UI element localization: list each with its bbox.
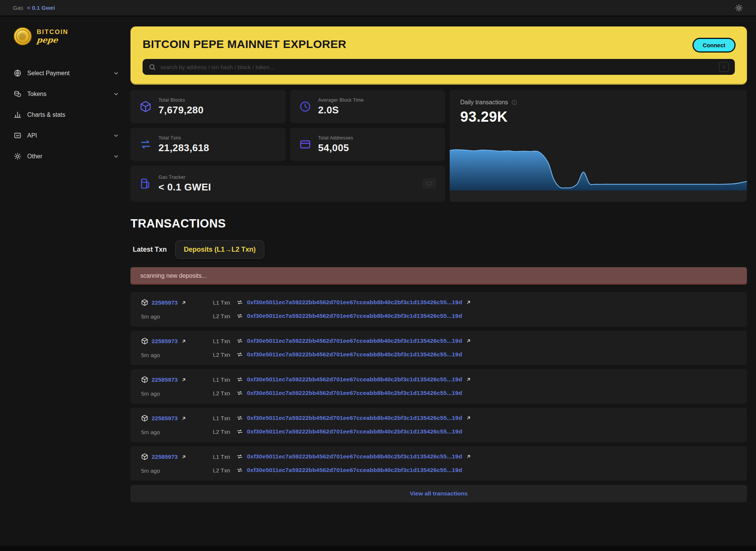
transfer-arrows-icon — [236, 299, 243, 306]
top-bar: Gas < 0.1 Gwei — [0, 0, 756, 17]
l1-txn-hash-link[interactable]: 0xf30e5011ec7a59222bb4562d701ee67cceabb8… — [247, 415, 462, 421]
transfer-arrows-icon — [236, 467, 243, 474]
search-bar[interactable]: / — [143, 59, 735, 75]
stat-card-total-txns[interactable]: Total Txns 21,283,618 — [130, 128, 286, 161]
view-all-bar: View all transactions — [130, 485, 747, 502]
transaction-row[interactable]: 22585973 5m ago L1 Txn 0xf30e5011ec7a592… — [130, 331, 747, 365]
l1-txn-hash-link[interactable]: 0xf30e5011ec7a59222bb4562d701ee67cceabb8… — [247, 299, 462, 306]
sidebar-item-charts-stats[interactable]: Charts & stats — [14, 104, 130, 125]
bar-chart-icon — [14, 111, 22, 119]
chart-title: Daily transactions — [460, 99, 508, 106]
tokens-icon — [14, 90, 22, 98]
stat-value: 7,679,280 — [158, 104, 203, 116]
l1-txn-label: L1 Txn — [213, 453, 233, 460]
external-link-icon[interactable] — [181, 339, 186, 344]
external-link-icon[interactable] — [466, 415, 471, 421]
transfer-arrows-icon — [236, 415, 243, 421]
search-input[interactable] — [160, 64, 714, 70]
l2-txn-label: L2 Txn — [213, 467, 233, 474]
l2-txn-label: L2 Txn — [213, 390, 233, 396]
view-all-transactions-link[interactable]: View all transactions — [410, 490, 467, 497]
l2-txn-hash-link[interactable]: 0xf30e5011ec7a59222bb4562d701ee67cceabb8… — [247, 390, 462, 396]
window-footer-edge — [0, 546, 756, 551]
transfer-arrows-icon — [236, 453, 243, 460]
external-link-icon[interactable] — [466, 454, 471, 459]
scanning-text: scanning new deposits... — [140, 272, 206, 279]
external-link-icon[interactable] — [181, 300, 186, 305]
l1-txn-hash-link[interactable]: 0xf30e5011ec7a59222bb4562d701ee67cceabb8… — [247, 376, 462, 383]
stats-section: Total Blocks 7,679,280 Averager Block Ti… — [130, 90, 747, 202]
sidebar-item-api[interactable]: API API — [14, 125, 130, 146]
l1-txn-hash-link[interactable]: 0xf30e5011ec7a59222bb4562d701ee67cceabb8… — [247, 337, 462, 344]
l2-txn-label: L2 Txn — [213, 313, 233, 319]
l2-txn-hash-link[interactable]: 0xf30e5011ec7a59222bb4562d701ee67cceabb8… — [247, 428, 462, 435]
external-link-icon[interactable] — [466, 300, 471, 305]
sidebar: BITCOIN pepe Select Payment Tokens Chart… — [0, 17, 130, 546]
transaction-age: 5m ago — [141, 467, 213, 474]
clock-icon — [299, 101, 311, 113]
stat-label: Total Addresses — [318, 135, 353, 141]
settings-gear-icon[interactable] — [735, 4, 743, 12]
l2-txn-label: L2 Txn — [213, 429, 233, 435]
svg-text:API: API — [16, 134, 19, 137]
block-number-link[interactable]: 22585973 — [152, 376, 178, 383]
transaction-row[interactable]: 22585973 5m ago L1 Txn 0xf30e5011ec7a592… — [130, 446, 747, 481]
sidebar-item-select-payment[interactable]: Select Payment — [14, 63, 130, 84]
tab-deposits-l1-l2[interactable]: Deposits (L1→L2 Txn) — [175, 240, 264, 259]
external-link-icon[interactable] — [181, 416, 186, 421]
block-number-link[interactable]: 22585973 — [152, 453, 178, 460]
tab-latest-txn[interactable]: Latest Txn — [130, 241, 169, 258]
l2-txn-hash-link[interactable]: 0xf30e5011ec7a59222bb4562d701ee67cceabb8… — [247, 351, 462, 358]
sidebar-item-tokens[interactable]: Tokens — [14, 84, 130, 104]
stat-value: 21,283,618 — [158, 142, 209, 154]
transaction-row[interactable]: 22585973 5m ago L1 Txn 0xf30e5011ec7a592… — [130, 369, 747, 404]
l2-txn-hash-link[interactable]: 0xf30e5011ec7a59222bb4562d701ee67cceabb8… — [247, 313, 462, 319]
l2-txn-hash-link[interactable]: 0xf30e5011ec7a59222bb4562d701ee67cceabb8… — [247, 467, 462, 474]
l1-txn-hash-link[interactable]: 0xf30e5011ec7a59222bb4562d701ee67cceabb8… — [247, 453, 462, 460]
block-cube-icon — [141, 299, 148, 306]
l1-txn-label: L1 Txn — [213, 415, 233, 421]
chevron-down-icon — [113, 91, 119, 97]
daily-transactions-value: 93.29K — [460, 109, 736, 125]
scanning-deposits-banner: scanning new deposits... — [130, 267, 747, 285]
stat-card-total-blocks[interactable]: Total Blocks 7,679,280 — [130, 90, 286, 123]
external-link-icon[interactable] — [181, 377, 186, 382]
stat-card-total-addresses[interactable]: Total Addresses 54,005 — [290, 128, 445, 161]
transfer-arrows-icon — [236, 351, 243, 358]
transaction-row[interactable]: 22585973 5m ago L1 Txn 0xf30e5011ec7a592… — [130, 292, 747, 327]
daily-transactions-chart[interactable] — [450, 142, 747, 190]
brand-subname: pepe — [36, 36, 69, 44]
wallet-icon — [299, 138, 311, 150]
brand-logo[interactable]: BITCOIN pepe — [14, 27, 130, 45]
connect-wallet-button[interactable]: Connect — [692, 38, 736, 53]
stat-card-average-block-time[interactable]: Averager Block Time 2.0S — [290, 90, 445, 123]
block-number-link[interactable]: 22585973 — [152, 299, 178, 306]
block-cube-icon — [141, 415, 148, 422]
app-window: Gas < 0.1 Gwei BITCOIN pepe Select Payme… — [0, 0, 756, 551]
transaction-row[interactable]: 22585973 5m ago L1 Txn 0xf30e5011ec7a592… — [130, 408, 747, 442]
external-link-icon[interactable] — [466, 377, 471, 382]
brand-name: BITCOIN — [37, 29, 68, 35]
stats-grid: Total Blocks 7,679,280 Averager Block Ti… — [130, 90, 445, 202]
stat-label: Gas Tracker — [158, 175, 211, 180]
chevron-down-icon — [113, 70, 119, 76]
l1-txn-label: L1 Txn — [213, 299, 233, 306]
transfer-arrows-icon — [236, 376, 243, 383]
external-link-icon[interactable] — [466, 338, 471, 344]
block-number-link[interactable]: 22585973 — [152, 415, 178, 422]
gas-pump-icon — [140, 178, 152, 190]
gas-price-value[interactable]: < 0.1 Gwei — [27, 5, 55, 11]
hero-banner: BITCOIN PEPE MAINNET EXPLORER Connect / — [130, 26, 747, 85]
swap-arrows-icon — [140, 138, 152, 150]
block-number-link[interactable]: 22585973 — [152, 338, 178, 345]
stat-label: Averager Block Time — [318, 98, 364, 103]
info-icon[interactable] — [511, 99, 517, 105]
keyboard-hint-icon — [422, 178, 436, 189]
sidebar-item-label: Charts & stats — [27, 111, 65, 118]
stat-card-gas-tracker[interactable]: Gas Tracker < 0.1 GWEI — [130, 166, 445, 202]
sidebar-item-other[interactable]: Other — [14, 146, 130, 167]
external-link-icon[interactable] — [181, 454, 186, 460]
block-cube-icon — [141, 453, 148, 460]
block-cube-icon — [141, 376, 148, 383]
stat-label: Total Blocks — [158, 98, 203, 103]
